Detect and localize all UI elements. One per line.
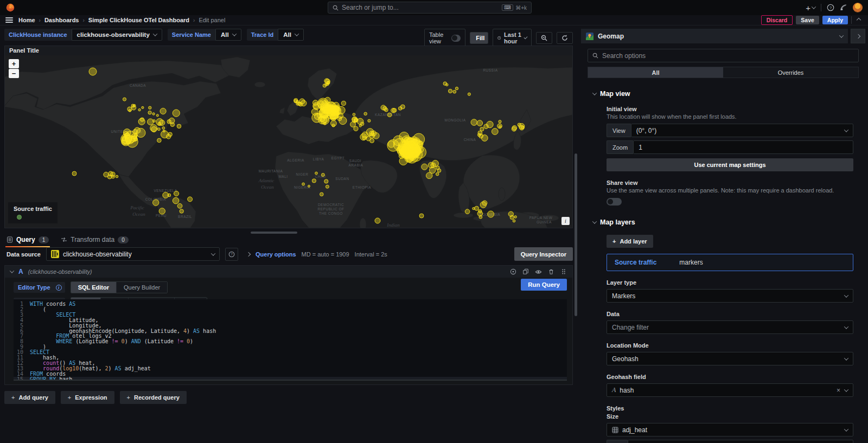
map-marker[interactable] [188, 197, 193, 202]
map-marker[interactable] [315, 172, 318, 175]
hide-response-icon[interactable] [535, 268, 542, 275]
map-marker[interactable] [400, 105, 405, 109]
map-marker[interactable] [455, 87, 458, 89]
map-marker[interactable] [387, 113, 392, 117]
map-marker[interactable] [369, 133, 375, 138]
query-inspector-button[interactable]: Query Inspector [514, 247, 573, 261]
search-input[interactable]: Search or jump to... ⌨⌘+k [328, 2, 532, 14]
service-name-select[interactable]: All [215, 29, 241, 41]
duplicate-query-icon[interactable] [522, 268, 529, 275]
map-marker[interactable] [104, 172, 108, 177]
map-marker[interactable] [134, 127, 140, 133]
map-marker[interactable] [368, 119, 371, 122]
help-icon[interactable]: ? [827, 4, 834, 11]
map-marker[interactable] [150, 125, 157, 132]
map-marker[interactable] [473, 207, 475, 209]
map-marker[interactable] [301, 100, 307, 106]
data-filter-select[interactable]: Change filter [607, 320, 853, 334]
map-marker[interactable] [177, 124, 181, 129]
map-marker[interactable] [521, 126, 525, 129]
options-search-input[interactable]: Search options [588, 49, 859, 62]
map-marker[interactable] [437, 169, 441, 172]
map-marker[interactable] [361, 122, 364, 125]
editor-type-option-query-builder[interactable]: Query Builder [117, 282, 167, 293]
map-zoom-out-button[interactable]: − [9, 69, 19, 78]
map-marker[interactable] [89, 68, 97, 75]
map-marker[interactable] [124, 131, 129, 136]
map-marker[interactable] [159, 208, 165, 214]
map-marker[interactable] [518, 123, 521, 126]
datasource-select[interactable]: clickhouse-observability [46, 247, 220, 261]
share-view-toggle[interactable] [607, 198, 622, 206]
datasource-help-button[interactable]: ? [225, 248, 238, 261]
map-marker[interactable] [422, 164, 427, 170]
map-marker[interactable] [410, 151, 418, 158]
tab-transform-data[interactable]: Transform data0 [60, 234, 129, 246]
map-marker[interactable] [123, 98, 126, 101]
map-marker[interactable] [497, 124, 502, 129]
table-view-toggle[interactable]: Table view [424, 29, 465, 47]
map-marker[interactable] [326, 185, 329, 188]
geohash-field-select[interactable]: Ahash× [607, 383, 853, 397]
map-marker[interactable] [138, 108, 141, 111]
map-marker[interactable] [432, 160, 438, 167]
zoom-out-time-button[interactable] [536, 32, 552, 44]
map-marker[interactable] [160, 108, 166, 114]
map-marker[interactable] [156, 119, 163, 126]
map-marker[interactable] [152, 113, 155, 115]
map-marker[interactable] [116, 175, 118, 178]
map-marker[interactable] [477, 211, 483, 216]
layer-name[interactable]: Source traffic [615, 259, 656, 266]
user-avatar[interactable] [853, 3, 863, 12]
map-marker[interactable] [508, 211, 513, 216]
drag-handle-icon[interactable] [560, 268, 567, 275]
map-marker[interactable] [446, 84, 449, 86]
map-marker[interactable] [499, 120, 501, 123]
map-marker[interactable] [364, 112, 367, 115]
map-marker[interactable] [426, 172, 432, 179]
map-marker[interactable] [370, 139, 374, 143]
breadcrumb-item[interactable]: Dashboards [44, 17, 79, 23]
map-marker[interactable] [180, 209, 183, 213]
map-marker[interactable] [153, 200, 159, 206]
add-query-button[interactable]: +Add query [4, 391, 55, 404]
map-marker[interactable] [177, 203, 182, 208]
map-marker[interactable] [156, 114, 158, 117]
breadcrumb-item[interactable]: Home [18, 17, 35, 23]
editor-type-option-sql-editor[interactable]: SQL Editor [71, 282, 117, 293]
map-marker[interactable] [72, 171, 76, 176]
query-help-icon[interactable] [510, 268, 516, 275]
sql-editor[interactable]: 1WITH coords AS2 (3 SELECT4 Latitude,5 L… [14, 299, 567, 381]
grafana-logo[interactable] [5, 3, 15, 12]
map-marker[interactable] [148, 111, 151, 114]
map-marker[interactable] [480, 127, 484, 131]
map-marker[interactable] [134, 133, 137, 137]
map-marker[interactable] [173, 110, 180, 117]
map-marker[interactable] [419, 214, 424, 218]
close-options-pane-button[interactable] [851, 29, 865, 43]
map-marker[interactable] [475, 206, 479, 210]
table-view-switch[interactable] [451, 35, 461, 42]
section-map-view[interactable]: Map view [593, 90, 868, 98]
expression-button[interactable]: +Expression [61, 391, 114, 404]
save-button[interactable]: Save [796, 16, 819, 24]
map-marker[interactable] [326, 79, 330, 84]
map-marker[interactable] [392, 108, 397, 113]
map-marker[interactable] [385, 108, 388, 112]
query-options-link[interactable]: Query options [256, 251, 296, 258]
panel-resize-handle[interactable] [251, 232, 297, 234]
view-select[interactable]: (0°, 0°) [631, 124, 853, 137]
map-marker[interactable] [471, 119, 477, 126]
map-marker[interactable] [166, 134, 171, 139]
map-zoom-in-button[interactable]: + [9, 59, 19, 68]
location-mode-select[interactable]: Geohash [607, 352, 853, 365]
map-marker[interactable] [514, 216, 517, 219]
scrollbar-thumb[interactable] [575, 153, 577, 316]
map-marker[interactable] [332, 124, 335, 127]
collapse-topbar-icon[interactable] [857, 18, 861, 22]
display-mode-option-fill[interactable]: Fill [470, 33, 488, 43]
map-marker[interactable] [138, 118, 145, 125]
map-marker[interactable] [400, 144, 410, 155]
map-marker[interactable] [312, 179, 316, 183]
map-marker[interactable] [353, 113, 355, 116]
